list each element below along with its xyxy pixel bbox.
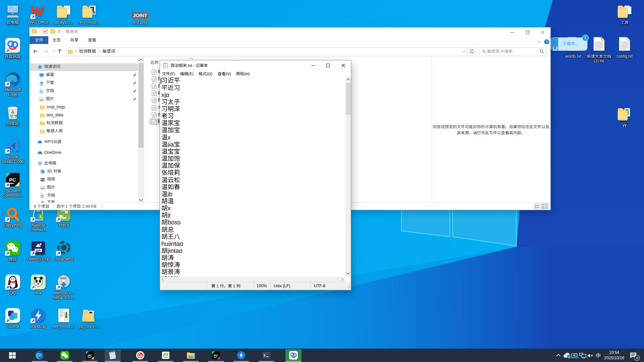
svg-text:4: 4 (636, 356, 638, 360)
svg-text:PC: PC (88, 354, 92, 357)
svg-text:L: L (40, 215, 42, 219)
svg-text:ZIP: ZIP (36, 249, 41, 252)
svg-text:NSIS: NSIS (60, 277, 66, 280)
svg-text:?: ? (546, 40, 548, 44)
svg-text:PC: PC (9, 177, 16, 183)
svg-text:PC: PC (214, 354, 218, 357)
